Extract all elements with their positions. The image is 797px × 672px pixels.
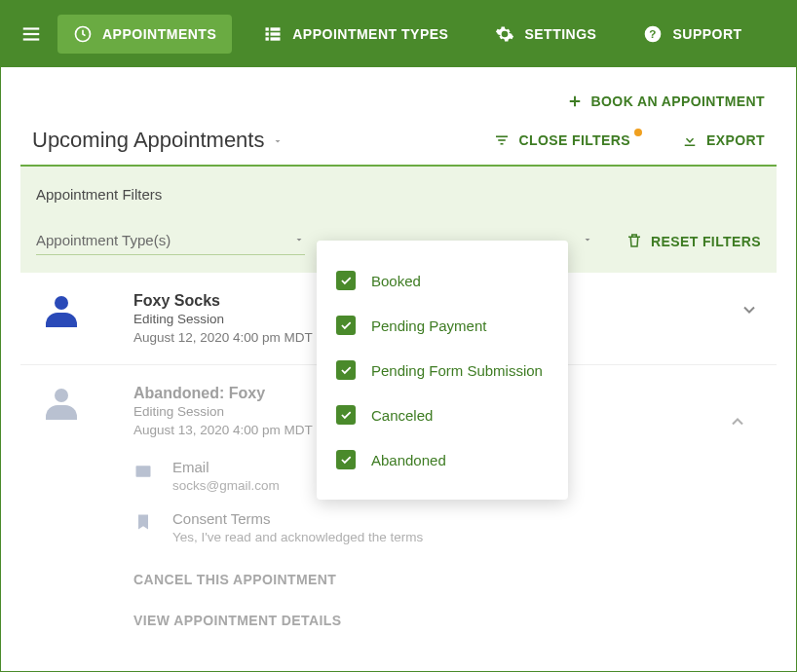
option-label: Abandoned <box>371 452 446 468</box>
svg-rect-8 <box>266 37 269 40</box>
option-label: Booked <box>371 273 421 289</box>
checkbox-checked-icon <box>336 271 356 290</box>
nav-appointment-types[interactable]: APPOINTMENT TYPES <box>247 15 464 54</box>
detail-label: Email <box>172 459 280 475</box>
book-appointment-button[interactable]: BOOK AN APPOINTMENT <box>566 93 765 110</box>
filter-indicator-dot <box>634 129 642 136</box>
download-icon <box>681 131 699 149</box>
appointment-type-select[interactable]: Appointment Type(s) <box>36 228 305 255</box>
reset-label: RESET FILTERS <box>651 234 761 249</box>
page-title[interactable]: Upcoming Appointments <box>32 128 284 153</box>
detail-value: Yes, I've read and acknowledged the term… <box>172 530 423 544</box>
filter-icon <box>493 131 511 149</box>
help-icon: ? <box>643 24 663 44</box>
status-select[interactable] <box>582 232 593 249</box>
nav-support[interactable]: ? SUPPORT <box>627 15 757 54</box>
close-filters-button[interactable]: CLOSE FILTERS <box>493 131 646 149</box>
option-label: Pending Form Submission <box>371 362 543 379</box>
detail-consent: Consent Terms Yes, I've read and acknowl… <box>133 510 765 544</box>
view-details-button[interactable]: VIEW APPOINTMENT DETAILS <box>133 613 765 628</box>
svg-rect-7 <box>271 32 281 35</box>
checkbox-checked-icon <box>336 316 356 335</box>
status-option-canceled[interactable]: Canceled <box>317 392 568 437</box>
svg-rect-9 <box>271 37 281 40</box>
page-title-text: Upcoming Appointments <box>32 128 264 153</box>
svg-rect-4 <box>266 27 269 30</box>
reset-filters-button[interactable]: RESET FILTERS <box>626 232 761 252</box>
status-option-pending-form[interactable]: Pending Form Submission <box>317 348 568 392</box>
status-option-pending-payment[interactable]: Pending Payment <box>317 303 568 348</box>
appointment-type: Editing Session <box>133 404 313 419</box>
close-filters-label: CLOSE FILTERS <box>518 132 630 148</box>
expand-toggle[interactable] <box>740 300 759 323</box>
avatar-icon <box>44 389 79 420</box>
cancel-appointment-button[interactable]: CANCEL THIS APPOINTMENT <box>133 572 765 587</box>
svg-rect-5 <box>271 27 281 30</box>
select-label: Appointment Type(s) <box>36 232 171 248</box>
appointment-name: Foxy Socks <box>133 292 313 310</box>
clock-icon <box>73 24 93 44</box>
option-label: Pending Payment <box>371 317 486 334</box>
option-label: Canceled <box>371 407 433 424</box>
email-icon <box>133 461 153 482</box>
nav-appointments[interactable]: APPOINTMENTS <box>57 15 232 54</box>
appointment-datetime: August 13, 2020 4:00 pm MDT <box>133 423 313 437</box>
appointment-name: Abandoned: Foxy <box>133 385 313 402</box>
status-filter-dropdown: Booked Pending Payment Pending Form Subm… <box>317 241 568 500</box>
detail-label: Consent Terms <box>172 510 423 527</box>
svg-text:?: ? <box>650 27 658 40</box>
book-label: BOOK AN APPOINTMENT <box>591 93 765 109</box>
caret-down-icon <box>582 234 593 245</box>
nav-label: APPOINTMENTS <box>102 26 216 42</box>
nav-settings[interactable]: SETTINGS <box>479 15 612 54</box>
list-icon <box>263 24 283 44</box>
detail-value: socks@gmail.com <box>172 478 280 493</box>
nav-label: SUPPORT <box>672 26 741 42</box>
checkbox-checked-icon <box>336 450 356 469</box>
bookmark-icon <box>133 512 153 532</box>
menu-icon[interactable] <box>20 23 42 45</box>
status-option-booked[interactable]: Booked <box>317 258 568 303</box>
app-header: APPOINTMENTS APPOINTMENT TYPES SETTINGS … <box>1 1 796 67</box>
status-option-abandoned[interactable]: Abandoned <box>317 437 568 482</box>
collapse-toggle[interactable] <box>728 412 747 435</box>
nav-label: SETTINGS <box>524 26 596 42</box>
checkbox-checked-icon <box>336 405 356 425</box>
filters-title: Appointment Filters <box>36 186 761 203</box>
appointment-type: Editing Session <box>133 312 313 326</box>
export-label: EXPORT <box>706 132 765 148</box>
caret-down-icon <box>272 128 284 153</box>
trash-icon <box>626 232 643 252</box>
checkbox-checked-icon <box>336 360 356 380</box>
svg-rect-6 <box>266 32 269 35</box>
plus-icon <box>566 93 584 110</box>
export-button[interactable]: EXPORT <box>681 131 765 149</box>
caret-down-icon <box>293 232 305 248</box>
gear-icon <box>495 24 514 44</box>
avatar-icon <box>44 296 79 327</box>
appointment-datetime: August 12, 2020 4:00 pm MDT <box>133 330 313 345</box>
nav-label: APPOINTMENT TYPES <box>292 26 448 42</box>
